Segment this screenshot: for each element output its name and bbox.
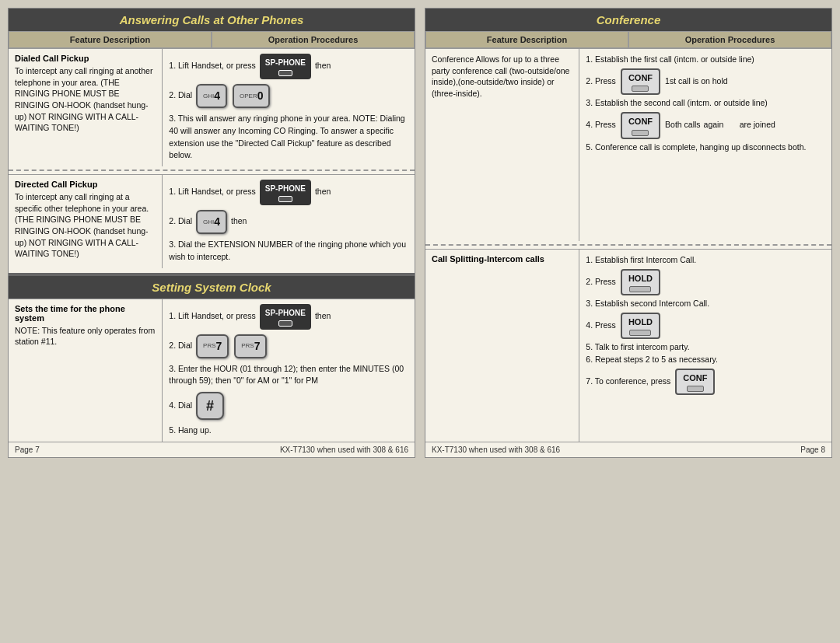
- ghi-label-2: GHI: [203, 218, 214, 227]
- ghi4-btn-2: GHI 4: [196, 210, 227, 234]
- right-row1-feature-text: Conference Allows for up to a three part…: [432, 54, 572, 100]
- ghi-label: GHI: [203, 92, 214, 101]
- left-header-feature: Feature Description: [9, 31, 212, 48]
- right-row1-step3: 3. Establish the second call (intcm. or …: [586, 97, 825, 110]
- right-row1-feature: Conference Allows for up to a three part…: [425, 49, 579, 241]
- left-row2-step1: 1. Lift Handset, or press SP-PHONE then: [169, 180, 408, 205]
- left-header-operation: Operation Procedures: [212, 31, 415, 48]
- left-row1: Dialed Call Pickup To intercept any call…: [9, 48, 415, 166]
- left-row2: Directed Call Pickup To intercept any ca…: [9, 174, 415, 268]
- right-row1-operation: 1. Establish the first call (intcm. or o…: [579, 49, 831, 241]
- left-row1-feature-title: Dialed Call Pickup: [15, 54, 156, 63]
- prs7-btn-1: PRS 7: [196, 334, 229, 358]
- left-footer-left: Page 7: [15, 446, 40, 454]
- oper-label: OPER: [240, 92, 257, 101]
- prs-label-2: PRS: [241, 341, 254, 351]
- hash-btn: #: [196, 392, 224, 420]
- left-row1-feature-text: To intercept any call ringing at another…: [15, 65, 156, 134]
- right-row2-operation: 1. Establish first Intercom Call. 2. Pre…: [579, 250, 831, 442]
- left-row1-feature: Dialed Call Pickup To intercept any call…: [9, 49, 163, 166]
- hold-label-1: HOLD: [628, 272, 653, 285]
- right-row2-step7: 7. To conference, press CONF: [586, 369, 825, 396]
- right-footer: KX-T7130 when used with 308 & 616 Page 8: [425, 442, 831, 457]
- left-row3-step5: 5. Hang up.: [169, 425, 408, 437]
- right-row1-step2: 2. Press CONF 1st call is on hold: [586, 68, 825, 96]
- right-page: Conference Feature Description Operation…: [425, 8, 832, 458]
- right-row1-step4: 4. Press CONF Both calls again are joine…: [586, 112, 825, 139]
- hold-btn-2: HOLD: [621, 313, 660, 340]
- sp-phone-btn-2: SP-PHONE: [260, 180, 311, 205]
- right-row2-feature-title: Call Splitting-Intercom calls: [432, 254, 572, 264]
- left-row2-step3: 3. Dial the EXTENSION NUMBER of the ring…: [169, 239, 408, 264]
- right-footer-right: Page 8: [800, 446, 825, 454]
- left-row3-feature: Sets the time for the phone system NOTE:…: [9, 299, 163, 442]
- conf-btn-3: CONF: [675, 369, 715, 396]
- sp-phone-btn-1: SP-PHONE: [260, 54, 311, 79]
- conf-icon-1: [632, 86, 649, 92]
- ghi4-number-2: 4: [214, 214, 220, 230]
- prs7-number-1: 7: [216, 338, 222, 355]
- conf-label-3: CONF: [683, 372, 707, 385]
- right-row1-step4-text: again are joined: [704, 119, 775, 131]
- left-row1-operation: 1. Lift Handset, or press SP-PHONE then …: [163, 49, 415, 166]
- left-row2-feature: Directed Call Pickup To intercept any ca…: [9, 175, 163, 268]
- prs7-btn-2: PRS 7: [234, 334, 267, 358]
- left-footer-center: KX-T7130 when used with 308 & 616: [280, 446, 408, 454]
- hold-label-2: HOLD: [628, 316, 653, 329]
- conf-btn-1: CONF: [621, 68, 660, 96]
- sp-phone-icon-1: [278, 70, 292, 76]
- sp-phone-icon-2: [278, 196, 292, 202]
- left-row1-step2: 2. Dial GHI 4 OPER 0: [169, 82, 408, 110]
- conf-icon-3: [687, 386, 704, 392]
- conf-label-2: CONF: [628, 115, 653, 128]
- left-row3-step4: 4. Dial #: [169, 390, 408, 421]
- right-table-header: Feature Description Operation Procedures: [425, 31, 831, 48]
- left-row1-step3: 3. This will answer any ringing phone in…: [169, 113, 408, 162]
- ghi4-number: 4: [214, 88, 220, 104]
- left-row3-step1: 1. Lift Handset, or press SP-PHONE then: [169, 304, 408, 330]
- left-row2-feature-title: Directed Call Pickup: [15, 180, 156, 189]
- right-row2: Call Splitting-Intercom calls 1. Establi…: [425, 249, 831, 442]
- conf-icon-2: [632, 130, 649, 136]
- right-row2-step1: 1. Establish first Intercom Call.: [586, 254, 825, 267]
- right-row2-step3: 3. Establish second Intercom Call.: [586, 298, 825, 310]
- prs7-number-2: 7: [254, 338, 261, 355]
- right-row1: Conference Allows for up to a three part…: [425, 48, 831, 241]
- left-footer: Page 7 KX-T7130 when used with 308 & 616: [9, 442, 415, 457]
- hold-icon-1: [629, 286, 651, 292]
- right-row2-feature: Call Splitting-Intercom calls: [425, 250, 579, 442]
- right-row2-step2: 2. Press HOLD: [586, 269, 825, 296]
- ghi4-btn: GHI 4: [196, 84, 227, 108]
- right-row2-step4: 4. Press HOLD: [586, 313, 825, 340]
- left-row3-feature-title: Sets the time for the phone system: [15, 304, 156, 323]
- sp-phone-icon-3: [278, 320, 292, 327]
- left-row2-step2: 2. Dial GHI 4 then: [169, 208, 408, 236]
- right-row1-step1: 1. Establish the first call (intcm. or o…: [586, 54, 825, 66]
- right-divider1: [425, 244, 831, 246]
- right-row1-step5: 5. Conference call is complete, hanging …: [586, 142, 825, 154]
- left-row3: Sets the time for the phone system NOTE:…: [9, 299, 415, 442]
- oper0-btn: OPER 0: [233, 84, 270, 108]
- left-row1-step1: 1. Lift Handset, or press SP-PHONE then: [169, 54, 408, 79]
- left-row3-step3: 3. Enter the HOUR (01 through 12); then …: [169, 363, 408, 388]
- sp-phone-btn-3: SP-PHONE: [260, 304, 311, 330]
- prs-label-1: PRS: [203, 341, 215, 351]
- conf-btn-2: CONF: [621, 112, 660, 139]
- sp-phone-label-2: SP-PHONE: [265, 183, 306, 194]
- hold-icon-2: [629, 330, 651, 336]
- section2-title: Setting System Clock: [9, 276, 415, 299]
- left-page: Answering Calls at Other Phones Feature …: [8, 8, 415, 458]
- right-section1-title: Conference: [425, 9, 831, 31]
- left-row3-feature-text: NOTE: This feature only operates from st…: [15, 325, 156, 348]
- left-row3-step2: 2. Dial PRS 7 PRS 7: [169, 333, 408, 360]
- left-row2-operation: 1. Lift Handset, or press SP-PHONE then …: [163, 175, 415, 268]
- right-header-operation: Operation Procedures: [628, 31, 831, 48]
- divider1: [9, 169, 415, 171]
- left-row3-operation: 1. Lift Handset, or press SP-PHONE then …: [163, 299, 415, 442]
- sp-phone-label-3: SP-PHONE: [265, 307, 306, 319]
- right-footer-left: KX-T7130 when used with 308 & 616: [432, 446, 560, 454]
- left-row2-feature-text: To intercept any call ringing at a speci…: [15, 191, 156, 260]
- left-table-header: Feature Description Operation Procedures: [9, 31, 415, 48]
- section1-title: Answering Calls at Other Phones: [9, 9, 415, 31]
- oper0-number: 0: [257, 88, 264, 104]
